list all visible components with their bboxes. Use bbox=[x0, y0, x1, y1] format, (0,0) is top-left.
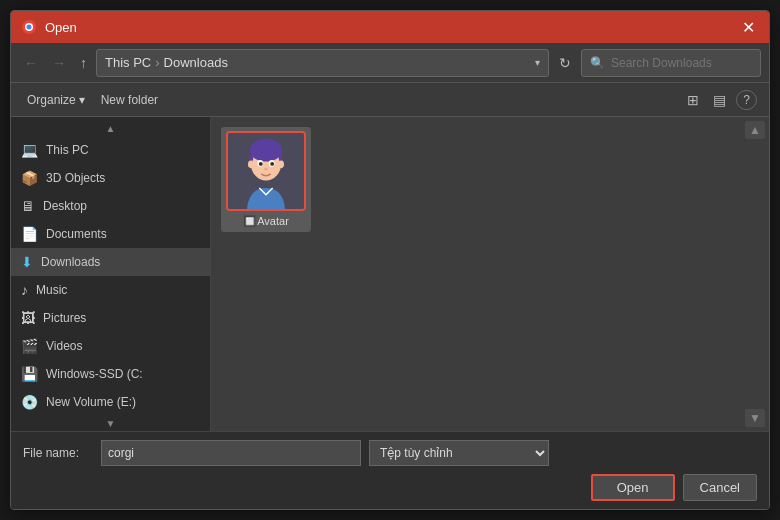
sidebar-item-videos[interactable]: 🎬 Videos bbox=[11, 332, 210, 360]
sidebar-label-windows-ssd: Windows-SSD (C: bbox=[46, 367, 200, 381]
sidebar-label-desktop: Desktop bbox=[43, 199, 200, 213]
sidebar-item-windows-ssd[interactable]: 💾 Windows-SSD (C: bbox=[11, 360, 210, 388]
sidebar-label-pictures: Pictures bbox=[43, 311, 200, 325]
svg-point-12 bbox=[264, 168, 268, 171]
bottom-bar: File name: Tệp tùy chỉnh Open Cancel bbox=[11, 431, 769, 509]
avatar-svg bbox=[228, 131, 304, 211]
sidebar: ▲ 💻 This PC 📦 3D Objects 🖥 Desktop 📄 Doc… bbox=[11, 117, 211, 431]
refresh-button[interactable]: ↻ bbox=[553, 53, 577, 73]
search-icon: 🔍 bbox=[590, 56, 605, 70]
sidebar-item-pictures[interactable]: 🖼 Pictures bbox=[11, 304, 210, 332]
organize-button[interactable]: Organize ▾ bbox=[23, 91, 89, 109]
sidebar-item-downloads[interactable]: ⬇ Downloads bbox=[11, 248, 210, 276]
videos-icon: 🎬 bbox=[21, 338, 38, 354]
organize-label: Organize bbox=[27, 93, 76, 107]
back-button[interactable]: ← bbox=[19, 53, 43, 73]
file-area-scroll-down[interactable]: ▼ bbox=[745, 409, 765, 427]
svg-point-6 bbox=[248, 161, 254, 169]
new-folder-button[interactable]: New folder bbox=[97, 91, 162, 109]
grid-view-button[interactable]: ⊞ bbox=[683, 90, 703, 110]
view-options: ⊞ ▤ ? bbox=[683, 90, 757, 110]
file-area[interactable]: ▲ bbox=[211, 117, 769, 431]
file-thumbnail-avatar bbox=[226, 131, 306, 211]
sidebar-item-documents[interactable]: 📄 Documents bbox=[11, 220, 210, 248]
documents-icon: 📄 bbox=[21, 226, 38, 242]
cancel-button[interactable]: Cancel bbox=[683, 474, 757, 501]
address-dropdown-icon[interactable]: ▾ bbox=[535, 57, 540, 68]
open-button[interactable]: Open bbox=[591, 474, 675, 501]
content-area: ▲ 💻 This PC 📦 3D Objects 🖥 Desktop 📄 Doc… bbox=[11, 117, 769, 431]
sidebar-label-3d-objects: 3D Objects bbox=[46, 171, 200, 185]
sidebar-item-desktop[interactable]: 🖥 Desktop bbox=[11, 192, 210, 220]
svg-point-7 bbox=[278, 161, 284, 169]
filename-row: File name: Tệp tùy chỉnh bbox=[23, 440, 757, 466]
organize-arrow: ▾ bbox=[79, 93, 85, 107]
downloads-icon: ⬇ bbox=[21, 254, 33, 270]
sidebar-item-new-volume[interactable]: 💿 New Volume (E:) bbox=[11, 388, 210, 416]
file-area-scroll-up[interactable]: ▲ bbox=[745, 121, 765, 139]
action-bar: Organize ▾ New folder ⊞ ▤ ? bbox=[11, 83, 769, 117]
breadcrumb-sep-1: › bbox=[155, 55, 159, 70]
buttons-row: Open Cancel bbox=[23, 474, 757, 501]
sidebar-label-new-volume: New Volume (E:) bbox=[46, 395, 200, 409]
sidebar-label-music: Music bbox=[36, 283, 200, 297]
sidebar-item-music[interactable]: ♪ Music bbox=[11, 276, 210, 304]
svg-point-2 bbox=[27, 25, 32, 30]
up-button[interactable]: ↑ bbox=[75, 53, 92, 73]
svg-point-10 bbox=[259, 162, 263, 166]
svg-point-11 bbox=[270, 162, 274, 166]
desktop-icon: 🖥 bbox=[21, 198, 35, 214]
new-volume-icon: 💿 bbox=[21, 394, 38, 410]
file-grid: 🔲Avatar bbox=[221, 127, 759, 232]
search-box[interactable]: 🔍 bbox=[581, 49, 761, 77]
music-icon: ♪ bbox=[21, 282, 28, 298]
file-name-avatar: 🔲Avatar bbox=[243, 215, 289, 228]
sidebar-label-downloads: Downloads bbox=[41, 255, 200, 269]
this-pc-icon: 💻 bbox=[21, 142, 38, 158]
filename-input[interactable] bbox=[101, 440, 361, 466]
filename-label: File name: bbox=[23, 446, 93, 460]
sidebar-item-this-pc[interactable]: 💻 This PC bbox=[11, 136, 210, 164]
forward-button[interactable]: → bbox=[47, 53, 71, 73]
sidebar-scroll-down[interactable]: ▼ bbox=[11, 416, 210, 431]
file-item-avatar[interactable]: 🔲Avatar bbox=[221, 127, 311, 232]
3d-objects-icon: 📦 bbox=[21, 170, 38, 186]
list-view-button[interactable]: ▤ bbox=[709, 90, 730, 110]
address-bar[interactable]: This PC › Downloads ▾ bbox=[96, 49, 549, 77]
open-dialog: Open ✕ ← → ↑ This PC › Downloads ▾ ↻ 🔍 O… bbox=[10, 10, 770, 510]
sidebar-item-3d-objects[interactable]: 📦 3D Objects bbox=[11, 164, 210, 192]
dialog-title: Open bbox=[45, 20, 738, 35]
windows-ssd-icon: 💾 bbox=[21, 366, 38, 382]
title-bar: Open ✕ bbox=[11, 11, 769, 43]
chrome-icon bbox=[21, 19, 37, 35]
sidebar-label-documents: Documents bbox=[46, 227, 200, 241]
help-button[interactable]: ? bbox=[736, 90, 757, 110]
filetype-select[interactable]: Tệp tùy chỉnh bbox=[369, 440, 549, 466]
sidebar-label-videos: Videos bbox=[46, 339, 200, 353]
sidebar-scroll-up[interactable]: ▲ bbox=[11, 121, 210, 136]
svg-point-5 bbox=[250, 139, 282, 162]
search-input[interactable] bbox=[611, 56, 751, 70]
address-toolbar: ← → ↑ This PC › Downloads ▾ ↻ 🔍 bbox=[11, 43, 769, 83]
pictures-icon: 🖼 bbox=[21, 310, 35, 326]
sidebar-label-this-pc: This PC bbox=[46, 143, 200, 157]
breadcrumb-downloads: Downloads bbox=[164, 55, 228, 70]
breadcrumb-this-pc: This PC bbox=[105, 55, 151, 70]
close-button[interactable]: ✕ bbox=[738, 16, 759, 39]
